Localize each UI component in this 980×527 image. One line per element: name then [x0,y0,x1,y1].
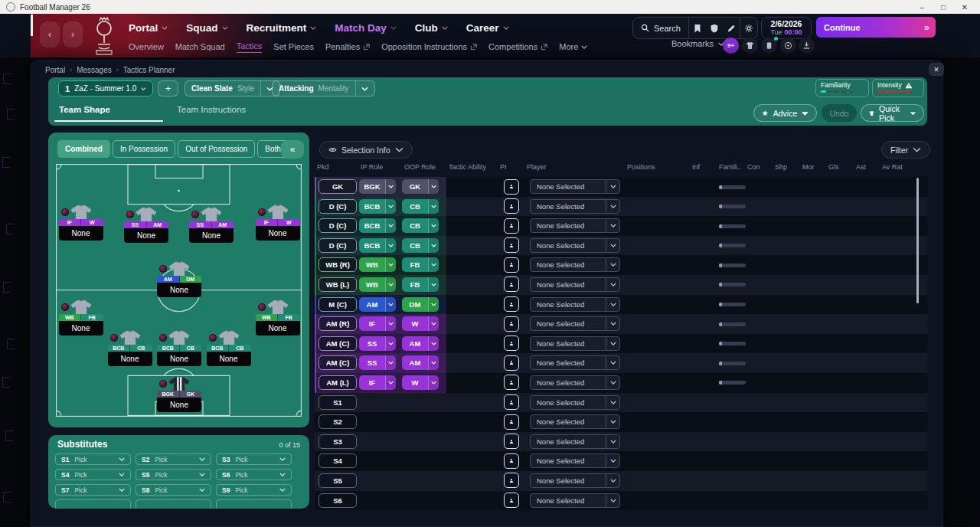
view-in-possession[interactable]: In Possession [113,140,175,158]
close-icon[interactable]: ✕ [929,63,944,76]
pkd-button[interactable]: M (C) [318,297,357,312]
pkd-button[interactable]: WB (R) [318,257,357,272]
mentality-dropdown[interactable]: Attacking Mentality [272,80,375,97]
column-header-ast[interactable]: Ast [856,163,866,171]
subnav-penalties[interactable]: Penalties [325,42,370,51]
subnav-opposition-instructions[interactable]: Opposition Instructions [381,42,477,51]
cards-icon[interactable] [761,38,777,54]
column-header-oop-role[interactable]: OOP Role [404,163,436,171]
pkd-button[interactable]: AM (C) [318,355,357,370]
player-select-dropdown[interactable]: None Selected [530,238,620,253]
oop-role-dropdown[interactable]: FB [402,277,439,292]
column-header-pkd[interactable]: Pkd [317,163,329,171]
player-instructions-button[interactable] [504,414,519,430]
subnav-overview[interactable]: Overview [129,42,164,51]
edit-icon[interactable] [723,18,740,38]
oop-role-dropdown[interactable]: DM [402,297,439,312]
oop-role-dropdown[interactable]: AM [402,355,439,370]
nav-career[interactable]: Career [466,22,509,34]
player-chip-bcb-cb[interactable]: BCBCBNone [108,330,152,366]
bookmark-icon[interactable] [689,18,706,38]
ip-role-dropdown[interactable]: AM [359,297,396,312]
notification-badge[interactable]: 9+ [723,38,739,54]
sub-slot-partial[interactable] [55,499,131,509]
player-chip-ss-am[interactable]: SSAMNone [124,207,168,243]
ip-role-dropdown[interactable]: BCB [359,218,396,233]
nav-club[interactable]: Club [415,22,448,34]
maximize-button[interactable]: □ [933,3,954,11]
pkd-button[interactable]: AM (R) [318,316,357,331]
player-instructions-button[interactable] [504,296,519,312]
player-instructions-button[interactable] [504,493,519,508]
table-scrollbar[interactable] [916,178,919,303]
player-chip-wb-fb[interactable]: WBFBNone [256,300,300,336]
kit-icon[interactable] [742,38,758,54]
filter-dropdown[interactable]: Filter [881,141,930,159]
ip-role-dropdown[interactable]: BCB [359,199,396,214]
gear-icon[interactable] [740,18,757,38]
game-date[interactable]: 2/6/2026 Tue00:00 [761,17,812,39]
player-instructions-button[interactable] [504,453,519,469]
collapse-panel-button[interactable]: « [281,140,304,159]
add-tactic-button[interactable]: + [158,80,178,97]
download-icon[interactable] [799,38,815,54]
ip-role-dropdown[interactable]: SS [359,336,396,351]
shield-icon[interactable] [706,18,723,38]
player-select-dropdown[interactable]: None Selected [530,473,620,488]
player-instructions-button[interactable] [504,394,519,410]
column-header-gls[interactable]: Gls [828,163,839,171]
ip-role-dropdown[interactable]: WB [359,277,396,292]
oop-role-dropdown[interactable]: GK [402,179,439,194]
player-select-dropdown[interactable]: None Selected [530,355,620,370]
bookmarks-menu[interactable]: Bookmarks [671,39,724,48]
player-chip-ss-am[interactable]: SSAMNone [189,207,234,243]
oop-role-dropdown[interactable]: CB [402,238,439,253]
selection-info-dropdown[interactable]: Selection Info [319,141,413,159]
column-header-famili[interactable]: Famili.. [719,163,741,171]
player-select-dropdown[interactable]: None Selected [530,414,620,429]
sub-slot-partial[interactable] [216,499,292,509]
breadcrumb-portal[interactable]: Portal [45,66,65,74]
column-header-av-rat[interactable]: Av Rat [882,163,903,171]
ball-icon[interactable] [780,38,796,54]
column-header-positions[interactable]: Positions [627,163,655,171]
player-select-dropdown[interactable]: None Selected [530,434,620,449]
sub-slot-s7[interactable]: S7Pick [55,484,131,496]
undo-button[interactable]: Undo [822,104,857,122]
pkd-button[interactable]: GK [318,179,357,194]
tactic-selector[interactable]: 1 ZaZ - Summer 1.0 [58,80,153,97]
column-header-player[interactable]: Player [527,163,547,171]
player-select-dropdown[interactable]: None Selected [530,199,620,214]
pkd-button[interactable]: S1 [318,395,357,410]
view-out-of-possession[interactable]: Out of Possession [178,140,255,158]
close-button[interactable]: ✕ [954,3,975,11]
style-dropdown[interactable]: Clean Slate Style [185,80,280,97]
player-chip-bgk-gk[interactable]: BGKGKNone [157,376,201,412]
column-header-mor[interactable]: Mor [802,163,815,171]
column-header-inf[interactable]: Inf [692,163,700,171]
sub-slot-partial[interactable] [136,499,211,509]
pkd-button[interactable]: S2 [318,414,357,429]
sub-slot-s1[interactable]: S1Pick [55,453,131,465]
player-instructions-button[interactable] [504,336,519,351]
pkd-button[interactable]: S4 [318,453,357,468]
ip-role-dropdown[interactable]: SS [359,355,396,370]
player-select-dropdown[interactable]: None Selected [530,257,620,272]
subnav-match-squad[interactable]: Match Squad [175,42,225,51]
sub-slot-s4[interactable]: S4Pick [55,469,131,480]
player-chip-am-dm[interactable]: AMDMNone [157,261,201,297]
club-crest[interactable] [87,15,121,57]
column-header-pi[interactable]: PI [500,163,507,171]
nav-portal[interactable]: Portal [129,22,168,34]
player-select-dropdown[interactable]: None Selected [530,218,620,233]
player-chip-if-w[interactable]: IFWNone [59,205,103,241]
pkd-button[interactable]: AM (C) [318,336,357,351]
player-instructions-button[interactable] [504,237,519,253]
player-chip-if-w[interactable]: IFWNone [256,205,300,241]
oop-role-dropdown[interactable]: W [402,316,439,331]
player-instructions-button[interactable] [504,434,519,449]
quick-pick-button[interactable]: Quick Pick [861,104,924,122]
sub-slot-s5[interactable]: S5Pick [136,469,211,480]
player-select-dropdown[interactable]: None Selected [530,297,620,312]
subnav-more[interactable]: More [559,42,587,51]
